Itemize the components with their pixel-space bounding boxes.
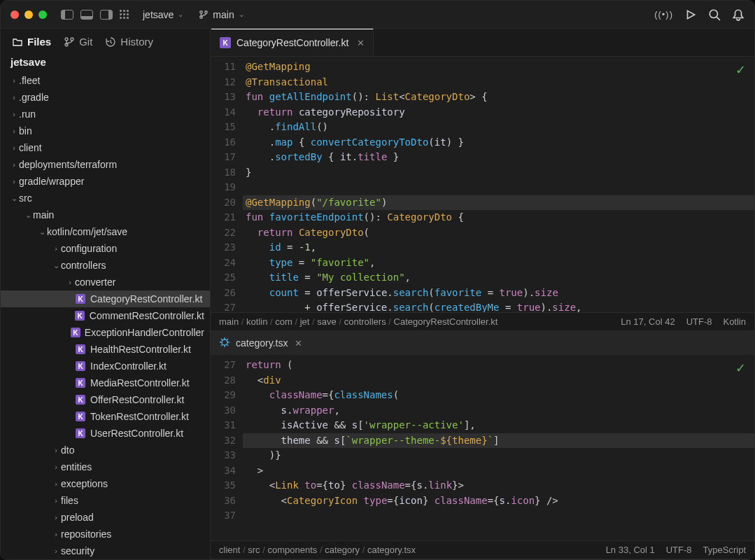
tree-file[interactable]: KMediaRestController.kt [1, 374, 210, 391]
close-icon[interactable]: ✕ [357, 38, 365, 48]
breadcrumb-item[interactable]: category [325, 545, 360, 555]
tree-file[interactable]: KTokenRestController.kt [1, 408, 210, 425]
breadcrumb-item[interactable]: kotlin [246, 316, 267, 327]
tree-label: .gradle [19, 92, 49, 103]
tree-folder[interactable]: ›configuration [1, 240, 210, 257]
breadcrumb-item[interactable]: com [275, 316, 292, 327]
git-icon [64, 36, 75, 48]
chevron-icon: › [51, 463, 61, 471]
tree-folder[interactable]: ›.run [1, 106, 210, 122]
project-root[interactable]: jetsave [1, 55, 210, 72]
tree-folder[interactable]: ›dto [1, 442, 210, 458]
breadcrumb-item[interactable]: client [219, 545, 240, 555]
sidebar-tab-label: Files [27, 36, 51, 48]
breadcrumb-item[interactable]: category.tsx [367, 545, 416, 555]
chevron-icon: › [9, 76, 19, 85]
tree-file[interactable]: KCommentRestController.kt [1, 307, 210, 324]
tree-label: deployments/terraform [19, 159, 117, 170]
bell-icon[interactable] [732, 8, 745, 21]
branch-icon [199, 10, 209, 20]
gutter: 2728293031323334353637 [211, 355, 243, 540]
run-icon[interactable] [684, 8, 697, 21]
breadcrumb-item[interactable]: src [248, 545, 260, 555]
tree-label: dto [61, 444, 74, 456]
tab-category-rest-controller[interactable]: K CategoryRestController.kt ✕ [211, 29, 374, 56]
tree-folder[interactable]: ›.fleet [1, 72, 210, 89]
tree-label: converter [75, 276, 115, 288]
close-icon[interactable]: ✕ [295, 338, 302, 349]
svg-point-0 [200, 10, 203, 13]
sidebar-tab-git[interactable]: Git [64, 36, 92, 48]
breadcrumb-item[interactable]: save [317, 316, 336, 327]
tree-label: IndexController.kt [90, 360, 167, 372]
apps-grid-icon[interactable] [120, 10, 129, 19]
tree-folder[interactable]: ›entities [1, 458, 210, 475]
chevron-icon: › [51, 530, 61, 538]
tree-label: MediaRestController.kt [90, 377, 190, 388]
tree-label: OfferRestController.kt [90, 394, 184, 405]
tree-folder[interactable]: ›deployments/terraform [1, 156, 210, 173]
tree-folder[interactable]: ⌄kotlin/com/jet/save [1, 223, 210, 240]
breadcrumb-item[interactable]: main [219, 316, 239, 327]
tree-folder[interactable]: ›repositories [1, 526, 210, 542]
breadcrumb-item[interactable]: CategoryRestController.kt [394, 316, 498, 327]
chevron-icon: ⌄ [23, 211, 33, 220]
tree-file[interactable]: KOfferRestController.kt [1, 391, 210, 408]
tree-file[interactable]: KHealthRestController.kt [1, 341, 210, 358]
tree-folder[interactable]: ⌄main [1, 206, 210, 223]
tree-folder[interactable]: ›converter [1, 274, 210, 290]
code-body[interactable]: @GetMapping@Transactionalfun getAllEndpo… [243, 57, 754, 312]
tree-label: entities [61, 461, 92, 472]
svg-point-3 [710, 10, 717, 18]
tab-category-tsx[interactable]: category.tsx ✕ [211, 331, 754, 355]
tree-folder[interactable]: ›bin [1, 122, 210, 139]
tree-label: preload [61, 512, 94, 523]
breadcrumb-item[interactable]: components [267, 545, 317, 555]
tree-label: kotlin/com/jet/save [47, 226, 127, 237]
language-label[interactable]: Kotlin [723, 316, 746, 327]
tree-label: src [19, 192, 32, 204]
project-name: jetsave [143, 9, 174, 20]
sidebar-tab-history[interactable]: History [105, 36, 153, 48]
breadcrumb-item[interactable]: controllers [344, 316, 386, 327]
chevron-icon: › [51, 547, 61, 555]
broadcast-icon[interactable]: ((•)) [654, 9, 673, 20]
minimize-icon[interactable] [24, 10, 33, 19]
kotlin-icon: K [75, 360, 86, 372]
tree-folder[interactable]: ›client [1, 139, 210, 156]
tree-folder[interactable]: ›.gradle [1, 89, 210, 106]
encoding-label[interactable]: UTF-8 [686, 316, 712, 327]
zoom-icon[interactable] [38, 10, 47, 19]
panel-left-icon[interactable] [61, 10, 73, 20]
breadcrumb-item[interactable]: jet [300, 316, 310, 327]
tree-label: CommentRestController.kt [90, 310, 204, 321]
svg-point-4 [65, 38, 68, 41]
tree-file[interactable]: KUserRestController.kt [1, 425, 210, 442]
tree-folder[interactable]: ⌄src [1, 190, 210, 206]
tree-file[interactable]: KIndexController.kt [1, 358, 210, 374]
tree-folder[interactable]: ›files [1, 492, 210, 509]
panel-bottom-icon[interactable] [80, 10, 93, 20]
tree-folder[interactable]: ›security [1, 542, 210, 559]
chevron-icon: › [9, 127, 19, 135]
kotlin-icon: K [75, 344, 86, 355]
code-body[interactable]: return ( <div className={classNames( s.w… [243, 355, 754, 540]
chevron-icon: › [9, 110, 19, 118]
tree-label: client [19, 142, 42, 153]
tree-file[interactable]: KCategoryRestController.kt [1, 290, 210, 307]
tree-folder[interactable]: ⌄controllers [1, 257, 210, 274]
cursor-position[interactable]: Ln 33, Col 1 [606, 545, 655, 555]
search-icon[interactable] [708, 8, 721, 21]
encoding-label[interactable]: UTF-8 [666, 545, 692, 555]
project-selector[interactable]: jetsave ⌄ [143, 9, 183, 20]
tree-folder[interactable]: ›gradle/wrapper [1, 173, 210, 190]
sidebar-tab-files[interactable]: Files [12, 36, 51, 48]
branch-selector[interactable]: main ⌄ [199, 9, 244, 20]
tree-folder[interactable]: ›preload [1, 509, 210, 526]
panel-right-icon[interactable] [100, 10, 113, 20]
tree-folder[interactable]: ›exceptions [1, 475, 210, 492]
cursor-position[interactable]: Ln 17, Col 42 [621, 316, 675, 327]
close-icon[interactable] [10, 10, 19, 19]
language-label[interactable]: TypeScript [703, 545, 746, 555]
tree-file[interactable]: KExceptionHandlerController [1, 324, 210, 341]
